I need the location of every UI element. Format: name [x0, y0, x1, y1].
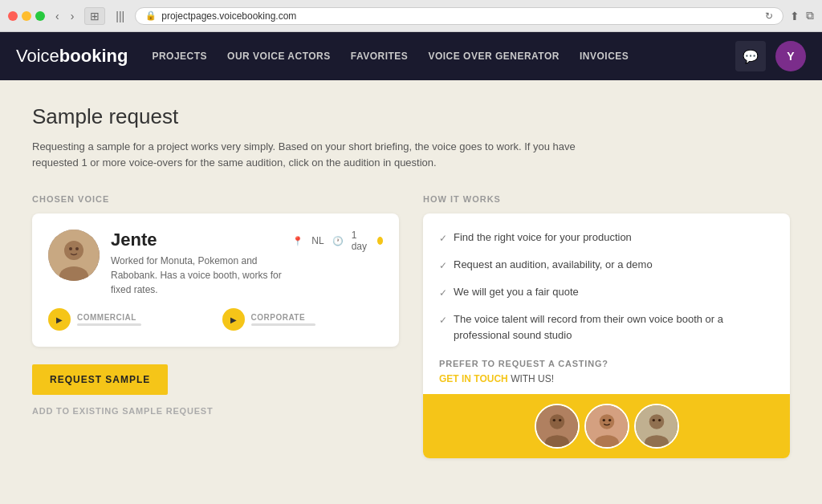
voice-info-left: Jente Worked for Monuta, Pokemon and Rab… — [48, 230, 292, 297]
back-button[interactable]: ‹ — [51, 8, 63, 24]
avatar — [48, 230, 100, 281]
url-text: projectpages.voicebooking.com — [161, 10, 296, 22]
casting-section: PREFER TO REQUEST A CASTING? GET IN TOUC… — [439, 359, 774, 384]
voice-meta: 📍 NL 🕐 1 day — [292, 230, 383, 252]
lock-icon: 🔒 — [145, 10, 157, 21]
sidebar-toggle[interactable]: ||| — [112, 8, 128, 24]
nav-favorites[interactable]: FAVORITES — [351, 51, 409, 62]
chat-button[interactable]: 💬 — [735, 41, 766, 71]
svg-point-11 — [599, 414, 614, 429]
new-tab-button[interactable]: ⧉ — [806, 9, 814, 22]
team-photo-2 — [584, 404, 629, 449]
commercial-label: COMMERCIAL — [77, 313, 141, 322]
maximize-button[interactable] — [35, 11, 45, 21]
how-step-3: ✓ We will get you a fair quote — [439, 284, 774, 300]
nav-voice-actors[interactable]: OUR VOICE ACTORS — [227, 51, 331, 62]
nav-projects[interactable]: PROJECTS — [152, 51, 207, 62]
corporate-progress-bar — [251, 323, 315, 326]
how-step-4-text: The voice talent will record from their … — [454, 311, 774, 343]
svg-point-3 — [69, 247, 72, 250]
how-step-2-text: Request an audition, availability, or a … — [454, 257, 653, 273]
play-commercial-button[interactable]: ▶ — [48, 308, 71, 331]
how-step-4: ✓ The voice talent will record from thei… — [439, 311, 774, 343]
check-icon-1: ✓ — [439, 231, 447, 246]
location-icon: 📍 — [292, 236, 303, 246]
team-member-2-avatar — [586, 405, 628, 447]
nav-links: PROJECTS OUR VOICE ACTORS FAVORITES VOIC… — [152, 51, 711, 62]
voice-name: Jente — [111, 230, 292, 250]
team-member-3-avatar — [636, 405, 678, 447]
share-button[interactable]: ⬆ — [790, 10, 800, 22]
how-it-works-label: HOW IT WORKS — [423, 194, 790, 204]
page-title: Sample request — [32, 104, 790, 129]
chosen-voice-label: CHOSEN VOICE — [32, 194, 399, 204]
traffic-lights — [8, 11, 45, 21]
svg-point-9 — [559, 419, 561, 421]
chat-icon: 💬 — [743, 49, 759, 64]
nav-invoices[interactable]: INVOICES — [580, 51, 629, 62]
check-icon-2: ✓ — [439, 258, 447, 273]
clock-icon: 🕐 — [332, 236, 344, 246]
left-column: CHOSEN VOICE — [32, 194, 399, 458]
how-step-1-text: Find the right voice for your production — [454, 230, 632, 246]
voice-card-header: Jente Worked for Monuta, Pokemon and Rab… — [48, 230, 383, 297]
content-grid: CHOSEN VOICE — [32, 194, 790, 458]
commercial-progress-bar — [77, 323, 141, 326]
voice-card: Jente Worked for Monuta, Pokemon and Rab… — [32, 213, 399, 347]
layout-button[interactable]: ⊞ — [84, 7, 105, 25]
page-description: Requesting a sample for a project works … — [32, 139, 594, 170]
request-sample-button[interactable]: REQUEST SAMPLE — [32, 364, 168, 395]
avatar-image — [48, 230, 100, 281]
how-it-works-card: ✓ Find the right voice for your producti… — [423, 213, 790, 458]
svg-point-13 — [602, 419, 604, 421]
check-icon-4: ✓ — [439, 313, 447, 327]
team-photo-1 — [535, 404, 580, 449]
browser-chrome: ‹ › ⊞ ||| 🔒 projectpages.voicebooking.co… — [0, 0, 822, 32]
corporate-label: CORPORATE — [251, 313, 315, 322]
flag-text: NL — [311, 235, 324, 246]
nav-generator[interactable]: VOICE OVER GENERATOR — [428, 51, 560, 62]
address-bar[interactable]: 🔒 projectpages.voicebooking.com ↻ — [135, 7, 783, 25]
how-step-3-text: We will get you a fair quote — [454, 284, 579, 300]
svg-point-14 — [608, 419, 611, 421]
forward-button[interactable]: › — [67, 8, 79, 24]
how-step-2: ✓ Request an audition, availability, or … — [439, 257, 774, 273]
logo-voice: Voice — [16, 46, 59, 67]
browser-nav-buttons: ‹ › — [51, 8, 78, 24]
minimize-button[interactable] — [22, 11, 31, 21]
get-in-touch-link[interactable]: GET IN TOUCH — [439, 373, 508, 384]
casting-text-after: WITH US! — [511, 373, 554, 384]
svg-point-1 — [64, 241, 83, 260]
user-avatar[interactable]: Y — [775, 41, 806, 71]
corporate-track: ▶ CORPORATE — [222, 308, 384, 331]
svg-point-16 — [649, 414, 664, 429]
add-to-existing-link[interactable]: ADD TO EXISTING SAMPLE REQUEST — [32, 406, 399, 416]
svg-point-8 — [552, 419, 555, 421]
team-photo-3 — [634, 404, 679, 449]
time-text: 1 day — [352, 230, 369, 252]
how-step-1: ✓ Find the right voice for your producti… — [439, 230, 774, 246]
voice-details: Jente Worked for Monuta, Pokemon and Rab… — [111, 230, 292, 297]
corporate-track-info: CORPORATE — [251, 313, 315, 326]
play-corporate-button[interactable]: ▶ — [222, 308, 245, 331]
right-column: HOW IT WORKS ✓ Find the right voice for … — [423, 194, 790, 458]
user-initial: Y — [787, 50, 794, 63]
refresh-icon[interactable]: ↻ — [765, 10, 773, 22]
casting-text: GET IN TOUCH WITH US! — [439, 373, 774, 384]
svg-point-4 — [75, 247, 79, 250]
status-dot — [377, 237, 383, 245]
svg-point-18 — [652, 419, 654, 421]
logo[interactable]: Voicebooking — [16, 46, 128, 67]
casting-label: PREFER TO REQUEST A CASTING? — [439, 359, 774, 368]
svg-point-19 — [658, 419, 661, 421]
team-member-1-avatar — [536, 405, 578, 447]
how-list: ✓ Find the right voice for your producti… — [439, 230, 774, 343]
check-icon-3: ✓ — [439, 286, 447, 300]
main-content: Sample request Requesting a sample for a… — [0, 80, 822, 504]
svg-point-6 — [549, 414, 564, 429]
close-button[interactable] — [8, 11, 18, 21]
nav-right: 💬 Y — [735, 41, 806, 71]
voice-bio: Worked for Monuta, Pokemon and Rabobank.… — [111, 254, 292, 297]
commercial-track: ▶ COMMERCIAL — [48, 308, 210, 331]
browser-actions: ⬆ ⧉ — [790, 9, 814, 22]
